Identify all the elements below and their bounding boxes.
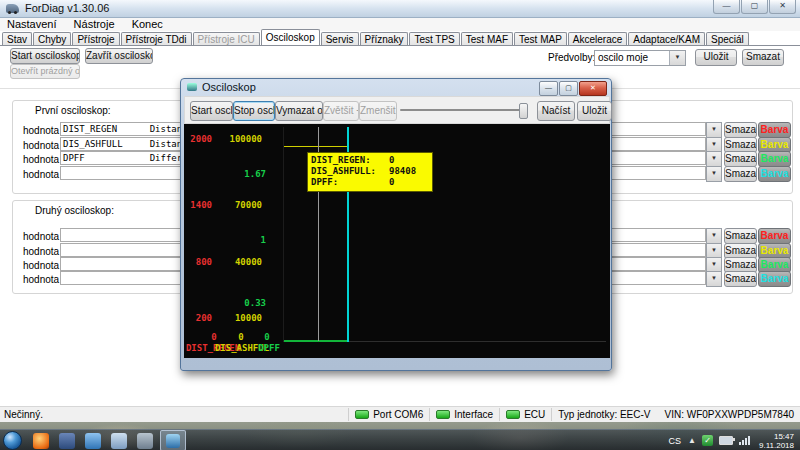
tab-adaptace-kam[interactable]: Adaptace/KAM [628, 32, 705, 45]
tab-test-map[interactable]: Test MAP [514, 32, 567, 45]
tooltip-value: 98408 [389, 166, 416, 177]
tab-stav[interactable]: Stav [2, 32, 32, 45]
g1-row4-barva-button[interactable]: Barva [758, 166, 791, 182]
vin-label: VIN: WF0PXXWPDP5M7840 [665, 409, 794, 420]
ulozit-button[interactable]: Uložit [577, 101, 612, 121]
clock-time: 15:47 [774, 432, 794, 441]
g2-row1-chevron-down-icon[interactable]: ▼ [706, 228, 722, 244]
osc-title-bar[interactable]: Osciloskop — ▢ ✕ [181, 79, 611, 96]
close-icon[interactable]: ✕ [769, 0, 796, 14]
osc-maximize-icon[interactable]: ▢ [559, 81, 578, 96]
tooltip-value: 0 [389, 155, 394, 166]
tab-strip: Stav Chyby Přístroje Přístroje TDdi Přís… [2, 30, 798, 45]
status-port: Port COM6 [348, 408, 429, 421]
unit-type-label: Typ jednotky: EEC-V [558, 409, 650, 420]
g2-row4-smazat-button[interactable]: Smazat [724, 271, 757, 287]
scale-tick-green: 1 [226, 235, 266, 245]
taskbar: CS ▲ ✓ 15:47 9.11.2018 [0, 429, 800, 450]
preset-save-button[interactable]: Uložit [695, 49, 737, 66]
g1-row4-chevron-down-icon[interactable]: ▼ [706, 166, 722, 182]
status-ecu: ECU [499, 408, 551, 421]
preset-delete-button[interactable]: Smazat [742, 49, 784, 66]
title-bar: ForDiag v1.30.06 — ▢ ✕ [0, 0, 800, 18]
tab-akcelerace[interactable]: Akcelerace [568, 32, 627, 45]
g1-row1-chevron-down-icon[interactable]: ▼ [706, 122, 722, 138]
taskbar-active-app[interactable] [160, 430, 186, 450]
hidden-icons-chevron-icon[interactable]: ▲ [688, 436, 696, 445]
vymazat-oscl-button[interactable]: Vymazat oscl [275, 101, 323, 121]
clock[interactable]: 15:47 9.11.2018 [759, 432, 794, 450]
start-oscl-button[interactable]: Start oscl [190, 101, 233, 121]
tab-pristroje-icu: Přístroje ICU [193, 32, 260, 45]
app-icon[interactable] [59, 433, 75, 449]
system-tray: CS ▲ ✓ 15:47 9.11.2018 [665, 432, 800, 450]
status-interface: Interface [429, 408, 499, 421]
tab-osciloskop[interactable]: Osciloskop [261, 29, 320, 45]
preset-value: oscilo moje [598, 52, 669, 63]
g1-row1-smazat-button[interactable]: Smazat [724, 122, 757, 138]
g1-row4-smazat-button[interactable]: Smazat [724, 166, 757, 182]
tab-special[interactable]: Speciál [706, 32, 749, 45]
firefox-icon[interactable] [33, 433, 49, 449]
tab-test-maf[interactable]: Test MAF [461, 32, 513, 45]
tab-chyby[interactable]: Chyby [33, 32, 71, 45]
app-icon[interactable] [137, 433, 153, 449]
maximize-icon[interactable]: ▢ [741, 0, 768, 14]
status-state: Nečinný. [0, 409, 348, 420]
osc-window-controls: — ▢ ✕ [538, 81, 607, 96]
g1-row1-barva-button[interactable]: Barva [758, 122, 791, 138]
ecu-led-icon [506, 410, 520, 419]
ecu-label: ECU [524, 409, 545, 420]
antivirus-tray-icon[interactable]: ✓ [702, 435, 713, 446]
scale-tick-red: 2000 [188, 134, 212, 144]
interface-led-icon [436, 410, 450, 419]
scale-tick-yellow: 40000 [220, 257, 262, 267]
g1-row3-smazat-button[interactable]: Smazat [724, 151, 757, 167]
port-label: Port COM6 [373, 409, 423, 420]
chevron-down-icon[interactable]: ▼ [669, 51, 685, 65]
tab-bottom-line [0, 45, 800, 46]
osc-window-title: Osciloskop [202, 81, 256, 93]
osc-window-icon [187, 83, 197, 91]
status-unit-type: Typ jednotky: EEC-V VIN: WF0PXXWPDP5M784… [551, 408, 800, 421]
zoom-slider[interactable] [400, 109, 527, 111]
g2-row4-chevron-down-icon[interactable]: ▼ [706, 271, 722, 287]
tab-test-tps[interactable]: Test TPS [409, 32, 459, 45]
g1-row3-chevron-down-icon[interactable]: ▼ [706, 151, 722, 167]
nacist-button[interactable]: Načíst [537, 101, 575, 121]
start-osciloskop-button[interactable]: Start osciloskop ... [10, 48, 80, 64]
g2-row1-barva-button[interactable]: Barva [758, 228, 791, 244]
scale-tick-red: 1400 [188, 200, 212, 210]
g1-row3-barva-button[interactable]: Barva [758, 151, 791, 167]
zoom-slider-handle[interactable] [519, 103, 528, 119]
minimize-icon[interactable]: — [713, 0, 740, 14]
explorer-icon[interactable] [85, 433, 101, 449]
start-button[interactable] [3, 431, 22, 450]
g2-row4-barva-button[interactable]: Barva [758, 271, 791, 287]
osciloskop-window[interactable]: Osciloskop — ▢ ✕ Start oscl Stop oscl Vy… [180, 78, 612, 371]
language-indicator[interactable]: CS [669, 436, 682, 446]
tab-servis[interactable]: Servis [321, 32, 359, 45]
scale-tick-yellow: 10000 [220, 313, 262, 323]
tab-pristroje-tddi[interactable]: Přístroje TDdi [121, 32, 192, 45]
battery-icon[interactable] [719, 436, 733, 445]
app-icon[interactable] [111, 433, 127, 449]
osc-minimize-icon[interactable]: — [539, 81, 558, 96]
scale-tick-green: 0.33 [226, 298, 266, 308]
tooltip-name: DIS_ASHFULL: [311, 166, 389, 177]
osc-close-icon[interactable]: ✕ [579, 81, 607, 96]
group1-title: První osciloskop: [35, 105, 111, 116]
zavrit-osciloskop-button[interactable]: Zavřít osciloskop [85, 48, 153, 64]
group2-title: Druhý osciloskop: [35, 205, 114, 216]
network-icon[interactable] [739, 436, 751, 445]
zmensit-button: Zmenšit - [359, 101, 397, 121]
window-title: ForDiag v1.30.06 [25, 2, 109, 14]
stop-oscl-button[interactable]: Stop oscl [233, 101, 275, 121]
scale-tick-yellow: 100000 [220, 134, 262, 144]
preset-combobox[interactable]: oscilo moje ▼ [594, 50, 686, 66]
tab-pristroje[interactable]: Přístroje [72, 32, 119, 45]
app-icon [6, 4, 19, 13]
scale-tick-yellow: 70000 [220, 200, 262, 210]
tab-priznaky[interactable]: Příznaky [360, 32, 409, 45]
g2-row1-smazat-button[interactable]: Smazat [724, 228, 757, 244]
